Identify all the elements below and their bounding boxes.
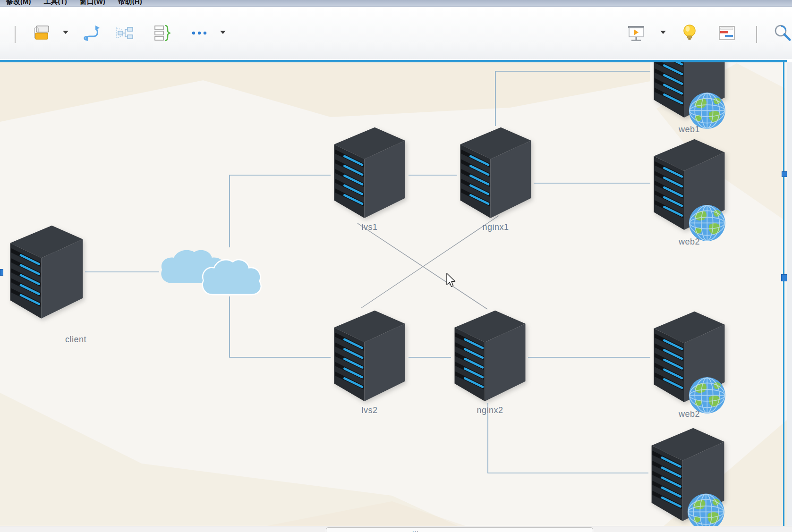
node-cloud[interactable] (156, 243, 269, 306)
idea-bulb-icon[interactable] (681, 24, 698, 42)
menu-item-help[interactable]: 帮助(H) (118, 0, 142, 6)
node-label: nginx1 (457, 222, 535, 232)
org-chart-icon[interactable] (116, 24, 134, 42)
connector-flow-icon[interactable] (82, 24, 100, 42)
toolbar-separator (756, 26, 757, 43)
node-web2-lower[interactable]: web2 (650, 309, 728, 418)
node-nginx1[interactable]: nginx1 (457, 125, 535, 234)
server-icon (331, 125, 409, 220)
search-icon[interactable] (774, 24, 792, 42)
right-edge-handle-upper[interactable] (782, 171, 787, 177)
server-icon (8, 223, 85, 320)
node-label: web2 (650, 409, 728, 419)
node-web2-upper[interactable]: web2 (650, 137, 728, 245)
toolbar (0, 7, 792, 59)
cloud-icon (156, 243, 269, 306)
node-client[interactable]: client (8, 223, 85, 332)
node-label: lvs1 (331, 222, 409, 232)
canvas-outside-strip (787, 62, 792, 526)
server-icon (451, 308, 529, 403)
menu-item-tools[interactable]: 工具(T) (44, 0, 67, 6)
server-icon (457, 125, 535, 220)
page-right-border (783, 62, 784, 526)
scrollbar-thumb-dots: ... (412, 526, 419, 532)
globe-icon (686, 489, 726, 526)
node-label: nginx2 (451, 405, 529, 415)
menu-bar: 修改(M) 工具(T) 窗口(W) 帮助(H) (0, 0, 792, 7)
right-edge-handle[interactable] (781, 274, 787, 281)
gantt-window-icon[interactable] (718, 24, 736, 42)
diagram-app-window: 修改(M) 工具(T) 窗口(W) 帮助(H) (0, 0, 792, 532)
left-edge-handle[interactable] (0, 269, 3, 276)
node-label: client (37, 335, 114, 345)
diagram-canvas[interactable]: client lvs1 nginx1 lvs2 nginx2 (0, 60, 787, 526)
menu-item-modify[interactable]: 修改(M) (6, 0, 31, 6)
list-brace-icon[interactable] (153, 24, 171, 42)
node-nginx2[interactable]: nginx2 (451, 308, 529, 417)
connector-cloud-lvs1[interactable] (230, 175, 331, 247)
node-label: web2 (650, 237, 728, 247)
more-dropdown-arrow[interactable] (220, 31, 226, 34)
menu-item-window[interactable]: 窗口(W) (80, 0, 105, 6)
presentation-play-icon[interactable] (627, 24, 645, 42)
more-dots-icon[interactable] (190, 24, 208, 42)
node-label: lvs2 (331, 405, 409, 415)
presentation-dropdown-arrow[interactable] (660, 31, 666, 34)
node-web1[interactable]: web1 (650, 60, 728, 133)
node-label: web1 (650, 125, 728, 135)
connector-nginx1-web1[interactable] (495, 71, 650, 126)
toolbar-separator (15, 26, 16, 43)
server-icon (331, 308, 409, 403)
node-lvs1[interactable]: lvs1 (331, 125, 409, 234)
shapes-dropdown-arrow[interactable] (63, 31, 68, 34)
shapes-icon[interactable] (34, 24, 52, 42)
horizontal-scrollbar-track[interactable]: ... (0, 526, 792, 532)
mouse-cursor-icon (446, 273, 457, 288)
node-lvs2[interactable]: lvs2 (331, 308, 409, 417)
horizontal-scrollbar-thumb[interactable]: ... (326, 527, 593, 532)
node-web-bottom[interactable] (648, 426, 727, 526)
